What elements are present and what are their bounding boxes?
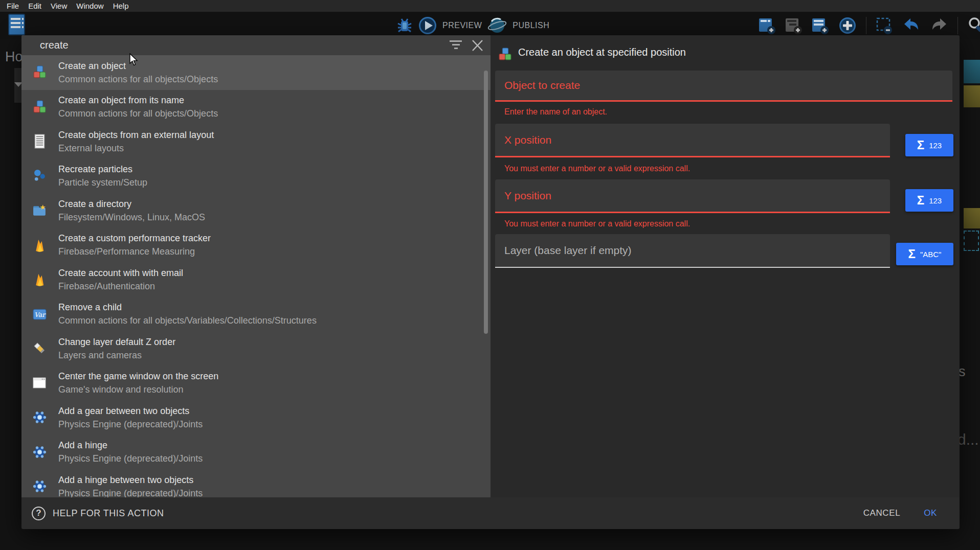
action-list-item[interactable]: ★Create a directoryFilesystem/Windows, L… xyxy=(21,193,491,228)
game-window-icon xyxy=(32,375,47,391)
y-expression-editor-button[interactable]: Σ 123 xyxy=(905,189,953,212)
action-item-text: Add a gear between two objectsPhysics En… xyxy=(58,406,203,429)
preview-play-icon[interactable] xyxy=(418,16,437,35)
help-for-action-button[interactable]: ? HELP FOR THIS ACTION xyxy=(32,507,164,520)
svg-text:Var: Var xyxy=(34,310,46,318)
background-clipped-text: d... xyxy=(957,431,979,448)
y-field-error: You must enter a number or a valid expre… xyxy=(504,219,690,228)
menu-help[interactable]: Help xyxy=(108,2,133,10)
action-list-item[interactable]: Center the game window on the screenGame… xyxy=(21,366,491,401)
action-list: Create an objectCommon actions for all o… xyxy=(21,55,491,497)
x-position-field[interactable]: X position xyxy=(495,124,890,157)
home-tab-label-clipped: Ho xyxy=(5,49,23,65)
action-item-subtitle: External layouts xyxy=(58,143,214,153)
action-item-title: Create account with with email xyxy=(58,268,183,278)
menu-edit[interactable]: Edit xyxy=(24,2,46,10)
x-field-error: You must enter a number or a valid expre… xyxy=(504,164,690,173)
scene-tab-icon[interactable] xyxy=(7,13,27,37)
action-item-title: Add a hinge xyxy=(58,440,203,450)
publish-globe-icon[interactable] xyxy=(487,16,507,35)
physics-joint-icon xyxy=(32,410,47,425)
action-item-subtitle: Common actions for all objects/Objects xyxy=(58,108,218,119)
debug-bug-icon[interactable] xyxy=(396,17,413,34)
menu-file[interactable]: File xyxy=(2,2,24,10)
action-item-title: Add a hinge between two objects xyxy=(58,475,203,485)
publish-button[interactable]: PUBLISH xyxy=(513,21,549,30)
layer-placeholder: Layer (base layer if empty) xyxy=(504,244,632,257)
action-item-subtitle: Firebase/Performance Measuring xyxy=(58,246,211,257)
action-item-text: Remove a childCommon actions for all obj… xyxy=(58,302,317,326)
action-list-item[interactable]: Create an objectCommon actions for all o… xyxy=(21,55,491,90)
action-item-subtitle: Firebase/Authentication xyxy=(58,281,183,291)
add-external-layout-button[interactable] xyxy=(812,16,829,35)
action-item-text: Add a hinge between two objectsPhysics E… xyxy=(58,475,203,497)
add-new-button[interactable] xyxy=(838,16,857,35)
action-item-subtitle: Game's window and resolution xyxy=(58,384,218,395)
panel-title: Create an object at specified position xyxy=(518,47,686,58)
action-item-text: Add a hingePhysics Engine (deprecated)/J… xyxy=(58,440,203,464)
action-list-panel: Create an objectCommon actions for all o… xyxy=(21,35,491,497)
action-item-text: Create a directoryFilesystem/Windows, Li… xyxy=(58,199,205,222)
menu-view[interactable]: View xyxy=(46,2,72,10)
objects-cubes-icon xyxy=(498,48,511,61)
ok-button[interactable]: OK xyxy=(924,508,937,518)
background-dashed-placeholder xyxy=(964,231,979,251)
action-item-title: Recreate particles xyxy=(58,164,147,174)
sigma-icon: Σ xyxy=(908,248,916,260)
action-item-title: Create objects from an external layout xyxy=(58,130,214,140)
redo-button[interactable] xyxy=(930,17,948,34)
action-parameters-panel: Create an object at specified position O… xyxy=(491,35,960,497)
search-button[interactable] xyxy=(967,16,980,35)
action-list-item[interactable]: VarRemove a childCommon actions for all … xyxy=(21,297,491,332)
action-item-subtitle: Common actions for all objects/Objects xyxy=(58,74,218,84)
action-item-text: Create an objectCommon actions for all o… xyxy=(58,61,218,84)
action-list-item[interactable]: Add a hinge between two objectsPhysics E… xyxy=(21,469,491,497)
action-item-subtitle: Particle system/Setup xyxy=(58,177,147,188)
action-item-subtitle: Common actions for all objects/Variables… xyxy=(58,315,317,326)
menu-window[interactable]: Window xyxy=(72,2,108,10)
sigma-icon: Σ xyxy=(917,139,924,151)
background-card-olive xyxy=(964,85,980,107)
action-list-item[interactable]: Add a hingePhysics Engine (deprecated)/J… xyxy=(21,435,491,470)
action-item-subtitle: Physics Engine (deprecated)/Joints xyxy=(58,453,203,464)
action-chooser-dialog: Create an objectCommon actions for all o… xyxy=(21,35,960,529)
action-list-item[interactable]: Create an object from its nameCommon act… xyxy=(21,90,491,125)
background-card-teal xyxy=(964,60,980,83)
layer-expression-editor-button[interactable]: Σ "ABC" xyxy=(896,243,953,265)
y-position-field[interactable]: Y position xyxy=(495,179,890,213)
action-list-item[interactable]: Create objects from an external layoutEx… xyxy=(21,124,491,159)
action-list-item[interactable]: Create account with with emailFirebase/A… xyxy=(21,262,491,297)
action-item-title: Change layer default Z order xyxy=(58,337,175,347)
toolbar-divider xyxy=(957,17,958,34)
filter-icon[interactable] xyxy=(449,40,462,50)
action-item-text: Create an object from its nameCommon act… xyxy=(58,95,218,119)
cancel-button[interactable]: CANCEL xyxy=(863,508,901,518)
action-list-item[interactable]: Add a gear between two objectsPhysics En… xyxy=(21,400,491,435)
folder-new-icon: ★ xyxy=(32,203,47,218)
physics-joint-icon xyxy=(32,444,47,460)
list-scrollbar-thumb[interactable] xyxy=(484,71,488,334)
object-to-create-placeholder: Object to create xyxy=(504,79,580,91)
search-input[interactable] xyxy=(40,35,326,55)
firebase-flame-icon xyxy=(32,272,47,287)
action-list-item[interactable]: Change layer default Z orderLayers and c… xyxy=(21,331,491,366)
x-expression-editor-button[interactable]: Σ 123 xyxy=(905,134,953,156)
objects-cubes-icon xyxy=(32,65,47,80)
layer-field[interactable]: Layer (base layer if empty) xyxy=(495,234,890,268)
deselect-button[interactable] xyxy=(876,16,893,35)
action-item-subtitle: Physics Engine (deprecated)/Joints xyxy=(58,488,203,497)
add-external-events-button[interactable] xyxy=(785,16,803,35)
add-scene-button[interactable] xyxy=(759,16,776,35)
object-to-create-field[interactable]: Object to create xyxy=(495,71,952,102)
firebase-flame-icon xyxy=(32,237,47,253)
close-icon[interactable] xyxy=(471,39,484,52)
svg-text:★: ★ xyxy=(39,204,46,212)
undo-button[interactable] xyxy=(902,17,921,34)
preview-button[interactable]: PREVIEW xyxy=(442,21,482,30)
action-list-item[interactable]: Create a custom performance trackerFireb… xyxy=(21,228,491,263)
z-order-icon xyxy=(32,341,47,356)
action-list-item[interactable]: Recreate particlesParticle system/Setup xyxy=(21,159,491,194)
action-item-subtitle: Layers and cameras xyxy=(58,350,175,360)
objects-cubes-icon xyxy=(32,99,47,114)
action-item-text: Change layer default Z orderLayers and c… xyxy=(58,337,175,360)
